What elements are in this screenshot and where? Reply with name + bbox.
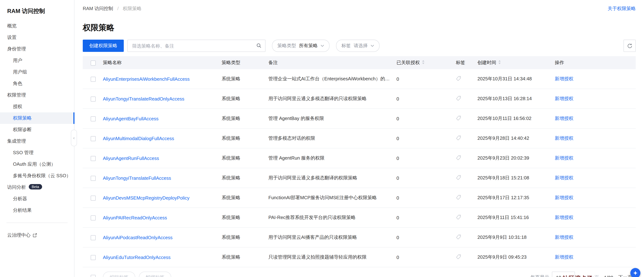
row-checkbox[interactable] bbox=[91, 77, 96, 82]
sidebar-item-oauth-apps[interactable]: OAuth 应用（公测） bbox=[0, 158, 74, 170]
column-header-grants[interactable]: 已关联授权 bbox=[396, 56, 456, 69]
policy-name-link[interactable]: AliyunTongyiTranslateReadOnlyAccess bbox=[103, 96, 184, 101]
table-row: AliyunAiPodcastReadOnlyAccess系统策略用于访问阿里云… bbox=[83, 227, 636, 247]
sort-icon[interactable] bbox=[498, 60, 501, 65]
add-grant-link[interactable]: 新增授权 bbox=[555, 96, 574, 101]
sidebar-item-label: 用户组 bbox=[13, 69, 27, 75]
unbind-tags-button[interactable]: 解绑标签 bbox=[139, 271, 171, 277]
policy-name-link[interactable]: AliyunMultimodalDialogFullAccess bbox=[103, 136, 174, 141]
sidebar-item-analysis-results[interactable]: 分析结果 bbox=[0, 205, 74, 216]
add-grant-link[interactable]: 新增授权 bbox=[555, 116, 574, 121]
policy-name-link[interactable]: AliyunAiPodcastReadOnlyAccess bbox=[103, 235, 172, 240]
tag-icon[interactable] bbox=[456, 176, 461, 181]
policy-name-link[interactable]: AliyunEduTutorReadOnlyAccess bbox=[103, 254, 170, 260]
policy-name-link[interactable]: AliyunAgentRunFullAccess bbox=[103, 155, 159, 161]
assistant-fab-button[interactable] bbox=[630, 268, 640, 277]
sidebar-item-grants[interactable]: 授权 bbox=[0, 101, 74, 112]
sidebar-item-access-analysis[interactable]: 访问分析Beta bbox=[0, 182, 74, 193]
row-checkbox[interactable] bbox=[91, 116, 96, 121]
tag-icon[interactable] bbox=[456, 215, 461, 221]
sidebar-item-multi-account-sso[interactable]: 多账号身份权限（云 SSO） bbox=[0, 170, 74, 182]
breadcrumb: RAM 访问控制 / 权限策略 bbox=[83, 6, 142, 12]
page-title: 权限策略 bbox=[83, 22, 636, 33]
sidebar-item-label: 授权 bbox=[13, 104, 22, 109]
row-checkbox[interactable] bbox=[91, 176, 96, 181]
sidebar-item-policy-diagnosis[interactable]: 权限诊断 bbox=[0, 124, 74, 135]
sidebar-item-analyzers[interactable]: 分析器 bbox=[0, 193, 74, 205]
sort-icon[interactable] bbox=[422, 60, 425, 65]
row-checkbox[interactable] bbox=[91, 196, 96, 201]
sidebar-collapse-handle[interactable]: ‹ bbox=[71, 130, 77, 146]
policies-table: 策略名称策略类型备注已关联授权标签创建时间操作 AliyunEnterprise… bbox=[83, 56, 636, 267]
column-label: 策略类型 bbox=[222, 60, 240, 65]
policy-type-value: 所有策略 bbox=[299, 43, 318, 49]
create-policy-button[interactable]: 创建权限策略 bbox=[83, 40, 124, 52]
add-grant-link[interactable]: 新增授权 bbox=[555, 155, 574, 161]
search-icon[interactable] bbox=[256, 43, 262, 48]
sidebar-item-roles[interactable]: 角色 bbox=[0, 78, 74, 89]
edit-tags-button[interactable]: 编辑标签 bbox=[103, 271, 135, 277]
breadcrumb-root[interactable]: RAM 访问控制 bbox=[83, 6, 113, 11]
prev-page-button[interactable]: ‹ 上一页 bbox=[582, 274, 599, 277]
sidebar-item-cloud-governance[interactable]: 云治理中心 bbox=[0, 229, 74, 241]
tag-icon[interactable] bbox=[456, 196, 461, 201]
sidebar-item-identity-management[interactable]: 身份管理 bbox=[0, 43, 74, 55]
tag-icon[interactable] bbox=[456, 235, 461, 241]
grant-count-cell: 0 bbox=[396, 116, 399, 121]
tag-icon[interactable] bbox=[456, 116, 461, 122]
select-all-checkbox[interactable] bbox=[91, 61, 96, 66]
sidebar-item-settings[interactable]: 设置 bbox=[0, 32, 74, 43]
row-checkbox[interactable] bbox=[91, 136, 96, 141]
add-grant-link[interactable]: 新增授权 bbox=[555, 195, 574, 200]
refresh-button[interactable] bbox=[624, 40, 636, 52]
row-checkbox[interactable] bbox=[91, 215, 96, 220]
grant-count-cell: 0 bbox=[396, 195, 399, 200]
row-checkbox[interactable] bbox=[91, 235, 96, 240]
tag-filter-value: 请选择 bbox=[354, 43, 368, 49]
tag-icon[interactable] bbox=[456, 77, 461, 82]
tag-icon[interactable] bbox=[456, 255, 461, 260]
policy-name-link[interactable]: AliyunDevsMSEMcpRegistryDeployPolicy bbox=[103, 195, 190, 200]
footer-select-all-checkbox[interactable] bbox=[91, 275, 96, 277]
sidebar-item-overview[interactable]: 概览 bbox=[0, 20, 74, 32]
sidebar-item-label: SSO 管理 bbox=[13, 150, 34, 155]
sidebar-item-sso-management[interactable]: SSO 管理 bbox=[0, 147, 74, 158]
column-header-created[interactable]: 创建时间 bbox=[478, 56, 555, 69]
add-grant-link[interactable]: 新增授权 bbox=[555, 254, 574, 260]
tag-filter-select[interactable]: 标签 请选择 bbox=[336, 40, 380, 52]
policy-type-cell: 系统策略 bbox=[222, 175, 240, 180]
page-size-select[interactable]: 10 bbox=[552, 271, 575, 277]
policy-name-link[interactable]: AliyunEnterprisesAiWorkbenchFullAccess bbox=[103, 76, 190, 82]
row-checkbox[interactable] bbox=[91, 156, 96, 161]
policy-type-select[interactable]: 策略类型 所有策略 bbox=[272, 40, 330, 52]
policy-name-link[interactable]: AliyunPAIRecReadOnlyAccess bbox=[103, 215, 167, 220]
about-policies-link[interactable]: 关于权限策略 bbox=[608, 6, 636, 12]
sidebar-item-integration-management[interactable]: 集成管理 bbox=[0, 135, 74, 147]
column-label: 备注 bbox=[268, 60, 278, 65]
add-grant-link[interactable]: 新增授权 bbox=[555, 234, 574, 240]
column-label: 已关联授权 bbox=[396, 60, 420, 65]
search-input[interactable] bbox=[127, 40, 266, 52]
sidebar-item-user-groups[interactable]: 用户组 bbox=[0, 66, 74, 78]
tag-icon[interactable] bbox=[456, 136, 461, 142]
policy-name-link[interactable]: AliyunAgentBayFullAccess bbox=[103, 116, 158, 121]
sidebar-item-users[interactable]: 用户 bbox=[0, 55, 74, 66]
created-time-cell: 2025年9月17日 12:17:35 bbox=[478, 195, 529, 200]
tag-icon[interactable] bbox=[456, 97, 461, 102]
add-grant-link[interactable]: 新增授权 bbox=[555, 76, 574, 81]
add-grant-link[interactable]: 新增授权 bbox=[555, 175, 574, 180]
sidebar-item-policies[interactable]: 权限策略 bbox=[0, 112, 74, 124]
policy-note-cell: 只读管理阿里云通义拍照搜题辅导轻应用的权限 bbox=[268, 254, 366, 260]
row-checkbox[interactable] bbox=[91, 255, 96, 260]
add-grant-link[interactable]: 新增授权 bbox=[555, 135, 574, 141]
sidebar-item-permission-management[interactable]: 权限管理 bbox=[0, 89, 74, 101]
policy-name-link[interactable]: AliyunTongyiTranslateFullAccess bbox=[103, 175, 171, 181]
table-row: AliyunMultimodalDialogFullAccess系统策略管理多模… bbox=[83, 128, 636, 148]
column-label: 创建时间 bbox=[478, 60, 496, 65]
page-size-value: 10 bbox=[556, 275, 561, 277]
row-checkbox[interactable] bbox=[91, 97, 96, 102]
tag-icon[interactable] bbox=[456, 156, 461, 161]
sidebar-item-label: 权限策略 bbox=[13, 115, 32, 121]
created-time-cell: 2025年10月11日 16:56:02 bbox=[478, 116, 532, 121]
add-grant-link[interactable]: 新增授权 bbox=[555, 215, 574, 220]
